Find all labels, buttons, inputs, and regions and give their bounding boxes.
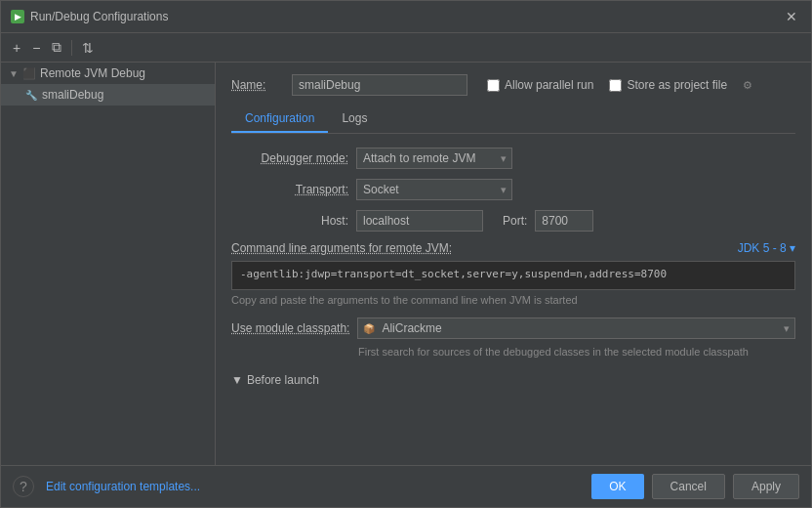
port-label: Port: [503, 214, 527, 228]
store-as-project-label[interactable]: Store as project file [609, 78, 727, 92]
remove-config-button[interactable]: − [28, 38, 44, 58]
sort-config-button[interactable]: ⇅ [78, 38, 98, 58]
bottom-bar: ? Edit configuration templates... OK Can… [1, 465, 811, 507]
sidebar-group-remote-jvm[interactable]: ▼ ⬛ Remote JVM Debug [1, 63, 215, 84]
sidebar: ▼ ⬛ Remote JVM Debug 🔧 smaliDebug [1, 63, 216, 465]
cancel-button[interactable]: Cancel [652, 474, 725, 499]
module-row: Use module classpath: 📦 AliCrackme [231, 318, 795, 339]
main-content: ▼ ⬛ Remote JVM Debug 🔧 smaliDebug Name: … [1, 63, 811, 465]
group-chevron-icon: ▼ [9, 68, 19, 79]
cmd-args-box: -agentlib:jdwp=transport=dt_socket,serve… [231, 261, 795, 290]
action-buttons: OK Cancel Apply [591, 474, 799, 499]
store-as-project-checkbox[interactable] [609, 79, 622, 92]
options-row: Allow parallel run Store as project file… [487, 78, 752, 92]
dialog-title: Run/Debug Configurations [30, 10, 168, 23]
cmd-hint: Copy and paste the arguments to the comm… [231, 294, 795, 306]
debugger-mode-select[interactable]: Attach to remote JVM Listen to remote JV… [356, 148, 512, 169]
name-row: Name: Allow parallel run Store as projec… [231, 74, 795, 96]
transport-label: Transport: [231, 183, 348, 196]
title-bar-left: ▶ Run/Debug Configurations [11, 10, 168, 23]
module-dropdown-wrapper: 📦 AliCrackme [357, 318, 795, 339]
host-label: Host: [231, 214, 348, 228]
cmd-label: Command line arguments for remote JVM: [231, 241, 452, 255]
transport-dropdown-wrapper: Socket Shared memory [356, 179, 512, 200]
group-icon: ⬛ [22, 66, 36, 80]
tab-logs[interactable]: Logs [328, 106, 381, 133]
host-port-row: Host: Port: [231, 210, 795, 232]
tabs-bar: Configuration Logs [231, 106, 795, 134]
transport-row: Transport: Socket Shared memory [231, 179, 795, 200]
title-bar: ▶ Run/Debug Configurations ✕ [1, 1, 811, 33]
name-input[interactable] [292, 74, 467, 96]
cmd-section: Command line arguments for remote JVM: J… [231, 241, 795, 306]
cmd-header: Command line arguments for remote JVM: J… [231, 241, 795, 255]
allow-parallel-label[interactable]: Allow parallel run [487, 78, 593, 92]
run-debug-dialog: ▶ Run/Debug Configurations ✕ + − ⧉ ⇅ ▼ ⬛… [0, 0, 812, 508]
sidebar-item-smalidebug[interactable]: 🔧 smaliDebug [1, 84, 215, 106]
apply-button[interactable]: Apply [733, 474, 799, 499]
tab-configuration[interactable]: Configuration [231, 106, 328, 133]
host-input[interactable] [356, 210, 483, 232]
before-launch-section[interactable]: ▼ Before launch [231, 369, 795, 391]
help-button[interactable]: ? [13, 476, 34, 497]
config-panel: Name: Allow parallel run Store as projec… [216, 63, 811, 465]
module-hint: First search for sources of the debugged… [358, 345, 795, 360]
module-classpath-label: Use module classpath: [231, 321, 349, 335]
port-input[interactable] [535, 210, 593, 232]
allow-parallel-checkbox[interactable] [487, 79, 500, 92]
config-icon: 🔧 [24, 88, 38, 102]
before-launch-label: Before launch [247, 373, 319, 387]
jdk-link[interactable]: JDK 5 - 8 ▾ [738, 241, 795, 255]
bottom-left: ? Edit configuration templates... [13, 476, 200, 497]
sidebar-child-label: smaliDebug [42, 88, 103, 102]
before-launch-chevron-icon: ▼ [231, 373, 243, 387]
name-field-label: Name: [231, 78, 280, 92]
close-button[interactable]: ✕ [782, 7, 801, 26]
debugger-mode-label: Debugger mode: [231, 151, 348, 165]
copy-config-button[interactable]: ⧉ [48, 37, 65, 58]
module-select[interactable]: AliCrackme [357, 318, 795, 339]
debugger-mode-row: Debugger mode: Attach to remote JVM List… [231, 148, 795, 169]
transport-select[interactable]: Socket Shared memory [356, 179, 512, 200]
dialog-icon: ▶ [11, 10, 24, 23]
sidebar-group-label: Remote JVM Debug [40, 66, 145, 80]
edit-templates-link[interactable]: Edit configuration templates... [46, 480, 200, 493]
toolbar-divider [71, 40, 72, 56]
add-config-button[interactable]: + [9, 38, 24, 58]
ok-button[interactable]: OK [591, 474, 643, 499]
toolbar: + − ⧉ ⇅ [1, 33, 811, 63]
store-settings-gear-icon[interactable]: ⚙ [743, 79, 752, 92]
debugger-mode-dropdown-wrapper: Attach to remote JVM Listen to remote JV… [356, 148, 512, 169]
